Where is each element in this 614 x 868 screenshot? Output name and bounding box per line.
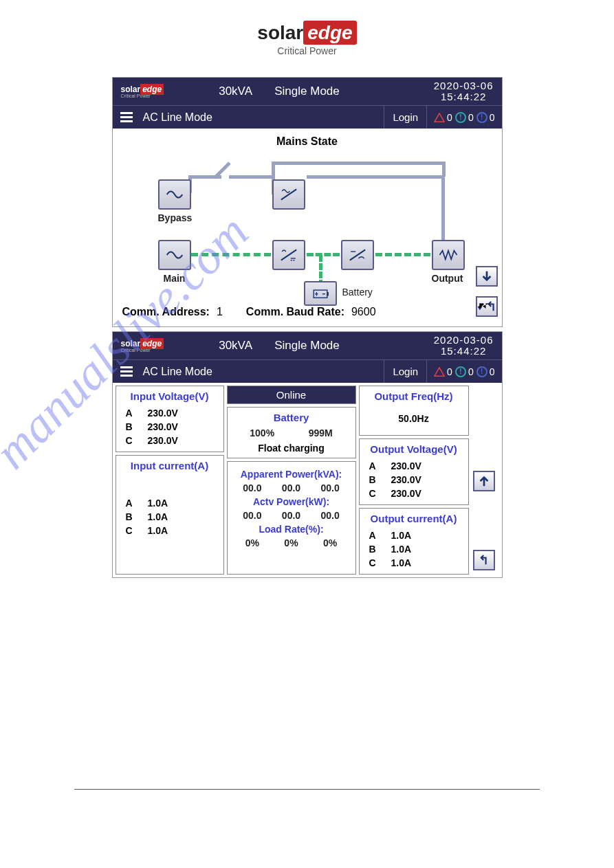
- comm-baud-value: 9600: [351, 306, 376, 318]
- svg-line-1: [281, 189, 296, 199]
- battery-box[interactable]: [304, 281, 337, 306]
- diagram-title: Mains State: [122, 135, 492, 148]
- panel2-logo-solar: solar: [121, 339, 141, 348]
- brand-solar: solar: [257, 22, 303, 43]
- panel1-mode: Single Mode: [274, 85, 340, 98]
- main-source-box[interactable]: [158, 240, 191, 270]
- input-voltage-c: 230.0V: [148, 435, 178, 446]
- panel2-time: 15:44:22: [434, 346, 494, 357]
- alert-warning-icon[interactable]: !0: [455, 366, 474, 377]
- output-current-c: 1.0A: [391, 557, 412, 568]
- panel2-kva: 30kVA: [219, 339, 252, 353]
- active-v1: 00.0: [243, 510, 261, 521]
- load-v1: 0%: [245, 537, 259, 548]
- input-current-hdr: Input current(A): [122, 460, 218, 471]
- alert-warning-count: 0: [468, 366, 474, 377]
- output-current-b: 1.0A: [391, 544, 412, 555]
- apparent-v1: 00.0: [243, 482, 261, 493]
- switch-open: [229, 175, 274, 179]
- panel1-line-mode: AC Line Mode: [143, 111, 212, 124]
- comm-addr-label: Comm. Address:: [122, 306, 210, 318]
- menu-icon[interactable]: [113, 112, 140, 122]
- panel2-header: solaredge Critical Power 30kVA Single Mo…: [113, 332, 502, 359]
- output-current-hdr: Output current(A): [365, 513, 463, 524]
- main-label: Main: [164, 273, 186, 284]
- panel1-time: 15:44:22: [434, 91, 494, 103]
- alert-info-count: 0: [490, 112, 495, 123]
- bypass-source-box[interactable]: [158, 179, 191, 210]
- output-voltage-card: Output Voltage(V) A230.0V B230.0V C230.0…: [359, 438, 469, 505]
- output-current-card: Output current(A) A1.0A B1.0A C1.0A: [359, 508, 469, 575]
- output-voltage-hdr: Output Voltage(V): [365, 443, 463, 455]
- inverter-box[interactable]: [341, 240, 374, 270]
- output-freq-card: Output Freq(Hz) 50.0Hz: [359, 386, 469, 436]
- comm-baud-label: Comm. Baud Rate:: [246, 306, 344, 318]
- output-label: Output: [432, 273, 463, 284]
- menu-icon[interactable]: [113, 366, 140, 377]
- alert-critical-icon[interactable]: 0: [434, 112, 452, 123]
- output-freq-val: 50.0Hz: [365, 406, 463, 431]
- battery-pct: 100%: [250, 427, 274, 438]
- alert-info-count: 0: [490, 366, 495, 377]
- output-freq-hdr: Output Freq(Hz): [365, 390, 463, 402]
- load-v3: 0%: [323, 537, 337, 548]
- alert-info-icon[interactable]: !0: [476, 112, 495, 123]
- load-v2: 0%: [284, 537, 298, 548]
- load-hdr: Load Rate(%):: [233, 524, 350, 535]
- alert-critical-count: 0: [447, 366, 452, 377]
- apparent-hdr: Apparent Power(kVA):: [233, 469, 350, 480]
- svg-rect-8: [327, 292, 328, 296]
- output-box[interactable]: [432, 240, 465, 270]
- panel2-subbar: AC Line Mode Login 0 !0 !0: [113, 359, 502, 383]
- input-current-c: 1.0A: [148, 525, 168, 536]
- svg-line-0: [215, 163, 230, 178]
- output-voltage-c: 230.0V: [391, 488, 421, 499]
- panel2-line-mode: AC Line Mode: [143, 366, 212, 378]
- comm-row: Comm. Address: 1 Comm. Baud Rate: 9600: [122, 306, 492, 318]
- footer-rule: [74, 789, 540, 790]
- panel1-subbar: AC Line Mode Login 0 !0 !0: [113, 105, 502, 129]
- alert-info-icon[interactable]: !0: [476, 366, 495, 377]
- bypass-label: Bypass: [158, 212, 193, 223]
- input-voltage-hdr: Input Voltage(V): [122, 390, 218, 402]
- login-button[interactable]: Login: [384, 106, 427, 129]
- input-voltage-a: 230.0V: [148, 408, 178, 419]
- battery-hdr: Battery: [233, 412, 350, 423]
- battery-time: 999M: [309, 427, 333, 438]
- comm-addr-value: 1: [217, 306, 223, 318]
- output-voltage-a: 230.0V: [391, 460, 421, 471]
- bypass-converter-box[interactable]: [272, 179, 305, 210]
- nav-down-button[interactable]: [476, 266, 498, 287]
- output-current-a: 1.0A: [391, 530, 412, 541]
- nav-back-button[interactable]: ↰: [473, 550, 495, 570]
- panel1-kva: 30kVA: [219, 85, 252, 98]
- input-current-b: 1.0A: [148, 511, 168, 522]
- nav-back-button[interactable]: ↰: [476, 296, 498, 317]
- nav-up-button[interactable]: [473, 471, 495, 491]
- panel1-header: solaredge Critical Power 30kVA Single Mo…: [113, 78, 502, 105]
- ups-panel-data: solaredge Critical Power 30kVA Single Mo…: [112, 331, 503, 578]
- power-card: Apparent Power(kVA): 00.000.000.0 Actv P…: [227, 461, 356, 575]
- alert-warning-icon[interactable]: !0: [455, 112, 474, 123]
- active-hdr: Actv Power(kW):: [233, 496, 350, 507]
- panel2-mode: Single Mode: [274, 339, 340, 353]
- battery-state: Float charging: [233, 443, 350, 454]
- page-logo: solaredge Critical Power: [0, 0, 614, 73]
- login-button[interactable]: Login: [384, 360, 427, 383]
- alert-critical-icon[interactable]: 0: [434, 366, 452, 377]
- panel1-date: 2020-03-06: [434, 80, 494, 92]
- apparent-v2: 00.0: [282, 482, 300, 493]
- active-v2: 00.0: [282, 510, 300, 521]
- input-voltage-b: 230.0V: [148, 421, 178, 432]
- battery-card: Battery 100%999M Float charging: [227, 407, 356, 458]
- alert-critical-count: 0: [447, 112, 452, 123]
- input-current-card: Input current(A) A1.0A B1.0A C1.0A: [116, 455, 224, 575]
- battery-label: Battery: [342, 287, 373, 298]
- alert-warning-count: 0: [468, 112, 474, 123]
- brand-tagline: Critical Power: [0, 45, 614, 56]
- rectifier-box[interactable]: [272, 240, 305, 270]
- input-voltage-card: Input Voltage(V) A230.0V B230.0V C230.0V: [116, 386, 224, 452]
- apparent-v3: 00.0: [321, 482, 340, 493]
- ups-panel-diagram: solaredge Critical Power 30kVA Single Mo…: [112, 77, 503, 327]
- panel2-date: 2020-03-06: [434, 335, 494, 346]
